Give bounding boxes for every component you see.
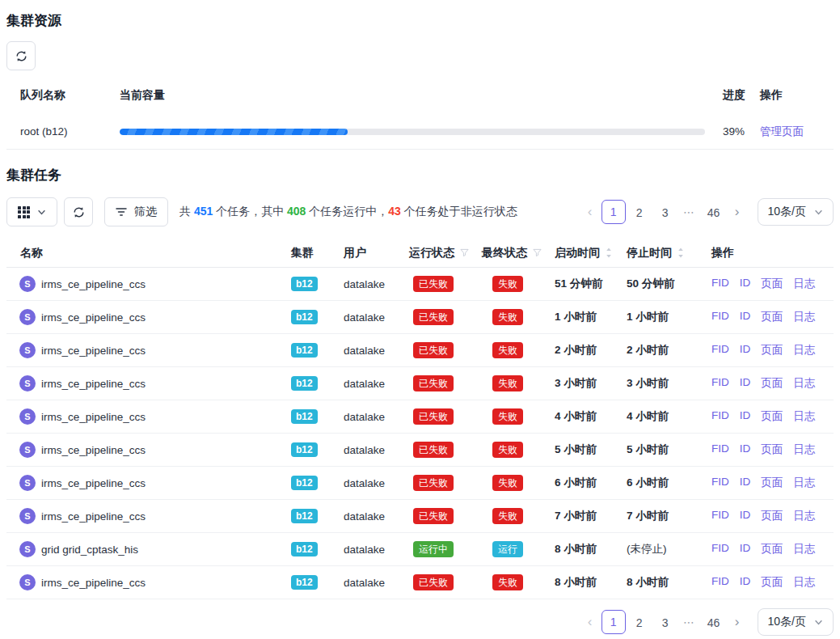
pagination-page-46[interactable]: 46 bbox=[702, 610, 726, 634]
action-link-log[interactable]: 日志 bbox=[793, 376, 815, 391]
capacity-progress-fill bbox=[120, 129, 348, 135]
action-link-page[interactable]: 页面 bbox=[761, 575, 783, 590]
action-link-page[interactable]: 页面 bbox=[761, 277, 783, 291]
pagination-page-1[interactable]: 1 bbox=[602, 200, 626, 224]
avatar: S bbox=[19, 508, 36, 524]
row-actions: FIDID页面日志 bbox=[711, 442, 834, 457]
action-link-id[interactable]: ID bbox=[740, 277, 751, 291]
action-link-log[interactable]: 日志 bbox=[793, 575, 815, 590]
user-name: datalake bbox=[344, 411, 409, 423]
filter-button[interactable]: 筛选 bbox=[104, 197, 168, 226]
avatar: S bbox=[19, 574, 36, 590]
action-link-id[interactable]: ID bbox=[740, 509, 751, 523]
capacity-progress-bar bbox=[120, 129, 705, 135]
action-link-fid[interactable]: FID bbox=[711, 277, 729, 291]
action-link-id[interactable]: ID bbox=[740, 409, 751, 424]
row-actions: FIDID页面日志 bbox=[711, 509, 834, 523]
table-row: S irms_ce_pipeline_ccs b12 datalake 已失败 … bbox=[6, 367, 834, 400]
action-link-log[interactable]: 日志 bbox=[793, 542, 815, 556]
action-link-fid[interactable]: FID bbox=[711, 575, 729, 590]
action-link-id[interactable]: ID bbox=[740, 343, 751, 358]
action-link-fid[interactable]: FID bbox=[711, 509, 729, 523]
action-link-id[interactable]: ID bbox=[740, 442, 751, 457]
action-link-page[interactable]: 页面 bbox=[761, 542, 783, 556]
action-link-log[interactable]: 日志 bbox=[793, 277, 815, 291]
avatar: S bbox=[19, 408, 36, 425]
pagination-next[interactable]: › bbox=[727, 200, 748, 224]
action-link-fid[interactable]: FID bbox=[711, 542, 729, 556]
refresh-icon bbox=[15, 50, 27, 62]
run-status-badge: 已失败 bbox=[413, 442, 454, 458]
final-status-badge: 失败 bbox=[492, 574, 523, 590]
pagination-page-46[interactable]: 46 bbox=[702, 200, 726, 224]
action-link-id[interactable]: ID bbox=[740, 310, 751, 324]
action-link-id[interactable]: ID bbox=[740, 575, 751, 590]
avatar: S bbox=[19, 276, 36, 292]
cluster-badge: b12 bbox=[291, 575, 318, 590]
action-link-fid[interactable]: FID bbox=[711, 409, 729, 424]
sort-icon[interactable] bbox=[677, 248, 684, 258]
resources-refresh-button[interactable] bbox=[6, 41, 36, 70]
action-link-id[interactable]: ID bbox=[740, 542, 751, 556]
user-name: datalake bbox=[344, 544, 409, 556]
row-actions: FIDID页面日志 bbox=[711, 376, 834, 391]
sort-icon[interactable] bbox=[606, 248, 612, 258]
action-link-page[interactable]: 页面 bbox=[761, 310, 783, 324]
action-link-page[interactable]: 页面 bbox=[761, 343, 783, 358]
action-link-fid[interactable]: FID bbox=[711, 476, 729, 490]
stop-time: 50 分钟前 bbox=[627, 277, 711, 291]
pagination-page-3[interactable]: 3 bbox=[653, 610, 677, 634]
pagination-prev[interactable]: ‹ bbox=[580, 200, 601, 224]
action-link-log[interactable]: 日志 bbox=[793, 509, 815, 523]
table-row: S grid grid_cptask_his b12 datalake 运行中 … bbox=[6, 533, 834, 566]
pagination-page-3[interactable]: 3 bbox=[653, 200, 677, 224]
action-link-fid[interactable]: FID bbox=[711, 310, 729, 324]
action-link-id[interactable]: ID bbox=[740, 476, 751, 490]
progress-value: 39% bbox=[723, 125, 760, 138]
pagination-prev[interactable]: ‹ bbox=[580, 610, 601, 634]
user-name: datalake bbox=[344, 378, 409, 390]
manage-page-link[interactable]: 管理页面 bbox=[760, 125, 804, 138]
resources-table: 队列名称 当前容量 进度 操作 root (b12) 39% 管理页面 bbox=[6, 77, 834, 150]
action-link-log[interactable]: 日志 bbox=[793, 476, 815, 490]
final-status-badge: 失败 bbox=[492, 309, 523, 325]
action-link-id[interactable]: ID bbox=[740, 376, 751, 391]
action-link-page[interactable]: 页面 bbox=[761, 376, 783, 391]
user-name: datalake bbox=[344, 510, 409, 523]
tasks-refresh-button[interactable] bbox=[64, 197, 93, 226]
pagination-top: ‹123⋯46›10条/页 bbox=[580, 198, 834, 226]
action-link-page[interactable]: 页面 bbox=[761, 509, 783, 523]
pagination-page-2[interactable]: 2 bbox=[627, 610, 652, 634]
pagination-ellipsis: ⋯ bbox=[678, 205, 701, 218]
final-status-badge: 失败 bbox=[492, 408, 523, 425]
column-layout-button[interactable] bbox=[6, 197, 57, 226]
final-status-badge: 失败 bbox=[492, 375, 523, 391]
run-status-badge: 已失败 bbox=[413, 309, 454, 325]
col-header-run-status: 运行状态 bbox=[409, 246, 482, 260]
final-status-badge: 运行 bbox=[492, 541, 523, 557]
cluster-resources-section: 集群资源 队列名称 当前容量 进度 操作 root (b12) bbox=[6, 11, 834, 150]
stop-time: 7 小时前 bbox=[627, 509, 711, 523]
page-size-select[interactable]: 10条/页 bbox=[758, 608, 834, 636]
action-link-log[interactable]: 日志 bbox=[793, 409, 815, 424]
task-name: irms_ce_pipeline_ccs bbox=[41, 477, 146, 489]
page-size-select[interactable]: 10条/页 bbox=[758, 198, 834, 226]
action-link-log[interactable]: 日志 bbox=[793, 343, 815, 358]
action-link-page[interactable]: 页面 bbox=[761, 409, 783, 424]
action-link-page[interactable]: 页面 bbox=[761, 442, 783, 457]
action-link-fid[interactable]: FID bbox=[711, 376, 729, 391]
pagination-next[interactable]: › bbox=[727, 610, 748, 634]
pagination-page-1[interactable]: 1 bbox=[602, 610, 626, 634]
stop-time: 5 小时前 bbox=[627, 442, 711, 457]
filter-funnel-icon[interactable] bbox=[533, 248, 542, 257]
chevron-down-icon bbox=[814, 208, 823, 217]
pagination-page-2[interactable]: 2 bbox=[627, 200, 652, 224]
action-link-page[interactable]: 页面 bbox=[761, 476, 783, 490]
col-header-current-capacity: 当前容量 bbox=[120, 88, 723, 103]
action-link-fid[interactable]: FID bbox=[711, 442, 729, 457]
filter-funnel-icon[interactable] bbox=[460, 248, 469, 257]
stop-time: 3 小时前 bbox=[627, 376, 711, 391]
action-link-log[interactable]: 日志 bbox=[793, 442, 815, 457]
action-link-fid[interactable]: FID bbox=[711, 343, 729, 358]
action-link-log[interactable]: 日志 bbox=[793, 310, 815, 324]
